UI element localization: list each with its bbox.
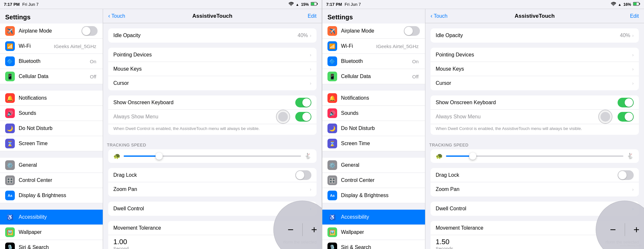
row-drag-lock[interactable]: Drag Lock <box>431 168 639 182</box>
sidebar-item-donotdisturb[interactable]: 🌙Do Not Disturb <box>0 121 103 136</box>
stepper-minus-button[interactable]: − <box>279 220 302 239</box>
sidebar-item-airplane[interactable]: ✈️Airplane Mode <box>0 24 103 39</box>
row-pointing-devices[interactable]: Pointing Devices › <box>431 48 639 62</box>
sidebar-item-label-cellular: Cellular Data <box>19 74 90 79</box>
slider-fill <box>124 155 159 157</box>
circle-inner <box>278 112 288 122</box>
wifi-icon: 📶 <box>327 41 337 51</box>
sidebar-item-bluetooth[interactable]: 🔷BluetoothOn <box>0 54 103 69</box>
sidebar-value-wifi: IGeeks Airtel_5GHz <box>376 44 419 49</box>
toggle-always-show-menu[interactable] <box>618 112 634 122</box>
siri-icon: 🎙️ <box>327 243 337 249</box>
sidebar-item-label-cellular: Cellular Data <box>341 74 412 79</box>
slider-track[interactable] <box>446 155 623 157</box>
row-cursor[interactable]: Cursor › <box>431 76 639 90</box>
sidebar-item-general[interactable]: ⚙️General <box>322 158 425 173</box>
nav-back-button[interactable]: ‹ Touch <box>431 13 448 19</box>
row-mouse-keys[interactable]: Mouse Keys › <box>431 62 639 76</box>
label-always-show-menu: Always Show Menu <box>113 114 276 120</box>
sidebar-item-controlcenter[interactable]: 🎛️Control Center <box>322 173 425 188</box>
sidebar-toggle-airplane[interactable] <box>404 26 420 36</box>
sidebar-item-donotdisturb[interactable]: 🌙Do Not Disturb <box>322 121 425 136</box>
ipad-panel-right: 7:17 PM Fri Jun 7 ▲ 16% Settings✈️Airpla… <box>322 0 644 249</box>
sidebar-item-siri[interactable]: 🎙️Siri & Search <box>322 240 425 249</box>
siri-icon: 🎙️ <box>5 243 15 249</box>
toggle-show-onscreen-keyboard[interactable] <box>618 98 634 107</box>
nav-edit-button[interactable]: Edit <box>308 13 317 19</box>
row-mouse-keys[interactable]: Mouse Keys › <box>108 62 317 76</box>
nav-edit-button[interactable]: Edit <box>630 13 639 19</box>
row-always-show-menu[interactable]: Always Show Menu <box>431 110 639 124</box>
status-bar: 7:17 PM Fri Jun 7 ▲ 16% <box>322 0 644 9</box>
nav-back-button[interactable]: ‹ Touch <box>108 13 125 19</box>
sidebar-toggle-airplane[interactable] <box>81 26 98 36</box>
chevron-left-icon: ‹ <box>108 13 110 19</box>
sidebar-item-wifi[interactable]: 📶Wi-FiIGeeks Airtel_5GHz <box>0 39 103 54</box>
status-right: ▲ 15% <box>289 2 318 7</box>
sidebar-item-screentime[interactable]: ⌛Screen Time <box>322 136 425 151</box>
row-zoom-pan[interactable]: Zoom Pan › <box>431 182 639 196</box>
sidebar-spacer <box>0 203 103 210</box>
sidebar-item-siri[interactable]: 🎙️Siri & Search <box>0 240 103 249</box>
stepper-plus-button[interactable]: + <box>625 220 644 239</box>
toggle-drag-lock[interactable] <box>295 170 311 180</box>
slider-track[interactable] <box>124 155 301 157</box>
row-cursor[interactable]: Cursor › <box>108 76 317 90</box>
sidebar-item-controlcenter[interactable]: 🎛️Control Center <box>0 173 103 188</box>
screentime-icon: ⌛ <box>327 139 337 148</box>
section-keyboard: Show Onscreen Keyboard Always Show Menu … <box>103 95 322 135</box>
sidebar-spacer <box>0 84 103 91</box>
row-pointing-devices[interactable]: Pointing Devices › <box>108 48 317 62</box>
sidebar: Settings✈️Airplane Mode📶Wi-FiIGeeks Airt… <box>322 9 425 249</box>
sidebar-item-wifi[interactable]: 📶Wi-FiIGeeks Airtel_5GHz <box>322 39 425 54</box>
row-zoom-pan[interactable]: Zoom Pan › <box>108 182 317 196</box>
sidebar-item-sounds[interactable]: 🔊Sounds <box>322 106 425 121</box>
slider-thumb[interactable] <box>469 153 476 160</box>
sidebar-title: Settings <box>0 9 103 24</box>
sidebar-item-airplane[interactable]: ✈️Airplane Mode <box>322 24 425 39</box>
sidebar-item-notifications[interactable]: 🔔Notifications <box>0 91 103 106</box>
row-show-onscreen-keyboard[interactable]: Show Onscreen Keyboard <box>108 95 317 110</box>
sidebar-item-label-controlcenter: Control Center <box>341 177 420 183</box>
sidebar-spacer <box>322 203 425 210</box>
sidebar-item-displaybrightness[interactable]: AaDisplay & Brightness <box>0 188 103 203</box>
rabbit-icon: 🐇 <box>627 153 634 160</box>
toggle-drag-lock[interactable] <box>618 170 634 180</box>
slider-thumb[interactable] <box>156 153 163 160</box>
sidebar-item-accessibility[interactable]: ♿Accessibility <box>0 210 103 225</box>
svg-rect-4 <box>639 3 640 5</box>
sidebar-item-general[interactable]: ⚙️General <box>0 158 103 173</box>
label-mouse-keys: Mouse Keys <box>436 66 632 72</box>
toggle-always-show-menu[interactable] <box>295 112 311 122</box>
sidebar-item-notifications[interactable]: 🔔Notifications <box>322 91 425 106</box>
sidebar-item-cellular[interactable]: 📱Cellular DataOff <box>0 69 103 84</box>
sidebar-value-cellular: Off <box>412 74 419 79</box>
stepper-minus-button[interactable]: − <box>601 220 625 239</box>
row-idle-opacity[interactable]: Idle Opacity 40% › <box>108 28 317 43</box>
dwell-circle-indicator <box>598 110 612 124</box>
stepper-plus-button[interactable]: + <box>303 220 322 239</box>
sidebar-item-label-airplane: Airplane Mode <box>19 28 81 34</box>
sidebar-item-sounds[interactable]: 🔊Sounds <box>0 106 103 121</box>
row-idle-opacity[interactable]: Idle Opacity 40% › <box>431 28 639 43</box>
status-day: Fri Jun 7 <box>345 2 361 7</box>
row-always-show-menu[interactable]: Always Show Menu <box>108 110 317 124</box>
sidebar-item-displaybrightness[interactable]: AaDisplay & Brightness <box>322 188 425 203</box>
sidebar-item-bluetooth[interactable]: 🔷BluetoothOn <box>322 54 425 69</box>
sidebar-item-wallpaper[interactable]: 🖼️Wallpaper <box>0 225 103 240</box>
main-content: Settings✈️Airplane Mode📶Wi-FiIGeeks Airt… <box>322 9 644 249</box>
sidebar-item-accessibility[interactable]: ♿Accessibility <box>322 210 425 225</box>
status-time: 7:17 PM <box>326 2 342 7</box>
sidebar-item-screentime[interactable]: ⌛Screen Time <box>0 136 103 151</box>
sidebar-item-cellular[interactable]: 📱Cellular DataOff <box>322 69 425 84</box>
sidebar-value-bluetooth: On <box>412 59 419 64</box>
label-pointing-devices: Pointing Devices <box>436 52 632 58</box>
accessibility-icon: ♿ <box>5 212 15 222</box>
sidebar-item-wallpaper[interactable]: 🖼️Wallpaper <box>322 225 425 240</box>
row-show-onscreen-keyboard[interactable]: Show Onscreen Keyboard <box>431 95 639 110</box>
sounds-icon: 🔊 <box>327 108 337 118</box>
row-drag-lock[interactable]: Drag Lock <box>108 168 317 182</box>
toggle-show-onscreen-keyboard[interactable] <box>295 98 311 107</box>
label-pointing-devices: Pointing Devices <box>113 52 310 58</box>
note-always-show-menu: When Dwell Control is enabled, the Assis… <box>431 124 639 135</box>
